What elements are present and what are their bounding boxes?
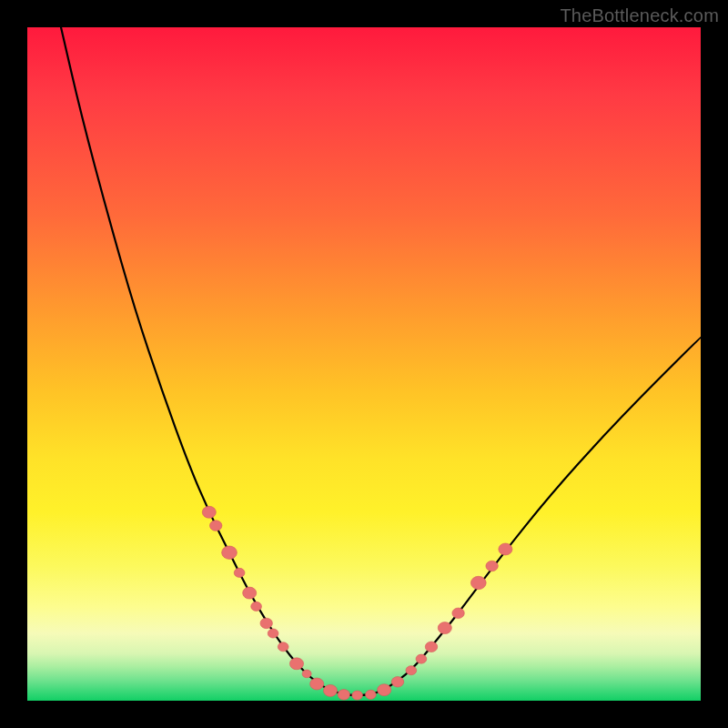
marker-point bbox=[251, 602, 262, 611]
marker-point bbox=[452, 608, 464, 619]
marker-point bbox=[378, 684, 391, 696]
marker-point bbox=[289, 658, 303, 670]
marker-point bbox=[243, 587, 257, 599]
marker-point bbox=[278, 642, 288, 652]
marker-point bbox=[302, 670, 311, 678]
marker-point bbox=[425, 642, 437, 652]
marker-point bbox=[338, 690, 349, 701]
marker-point bbox=[438, 622, 451, 634]
chart-svg bbox=[27, 27, 701, 701]
marker-point bbox=[406, 666, 417, 675]
marker-point bbox=[268, 629, 278, 638]
marker-point bbox=[209, 521, 221, 531]
marker-point bbox=[416, 654, 427, 663]
marker-point bbox=[499, 543, 512, 555]
marker-point bbox=[260, 618, 272, 629]
marker-point bbox=[234, 568, 245, 577]
marker-point bbox=[470, 576, 486, 589]
marker-point bbox=[391, 677, 403, 688]
plot-area bbox=[27, 27, 701, 701]
watermark-text: TheBottleneck.com bbox=[560, 5, 719, 26]
marker-point bbox=[202, 506, 216, 518]
marker-point bbox=[352, 691, 363, 700]
marker-point bbox=[323, 684, 337, 696]
marker-point bbox=[366, 690, 377, 699]
bottleneck-curve bbox=[61, 27, 701, 695]
marker-point bbox=[222, 546, 238, 559]
marker-point bbox=[486, 561, 498, 571]
marker-point bbox=[310, 678, 324, 690]
chart-frame: TheBottleneck.com bbox=[0, 0, 728, 728]
